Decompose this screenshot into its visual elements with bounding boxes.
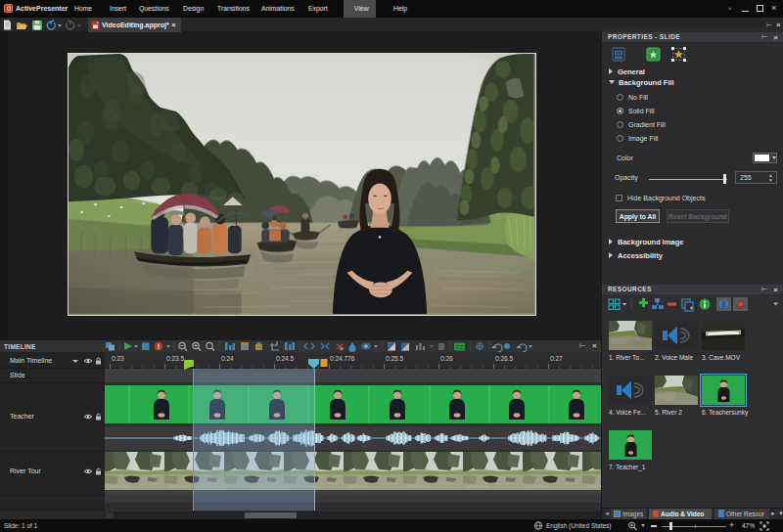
svg-text:CC: CC <box>456 344 465 350</box>
svg-text:0:23.5: 0:23.5 <box>166 355 184 362</box>
svg-text:0:25.5: 0:25.5 <box>386 355 403 362</box>
svg-text:0:26: 0:26 <box>440 355 453 362</box>
svg-text:0:23: 0:23 <box>112 355 124 362</box>
svg-text:0:24.776: 0:24.776 <box>330 355 355 362</box>
svg-text:0:24: 0:24 <box>221 355 234 362</box>
svg-text:0:24.5: 0:24.5 <box>276 355 294 362</box>
svg-text:0:26.5: 0:26.5 <box>495 355 513 362</box>
svg-text:0:27: 0:27 <box>550 355 563 362</box>
